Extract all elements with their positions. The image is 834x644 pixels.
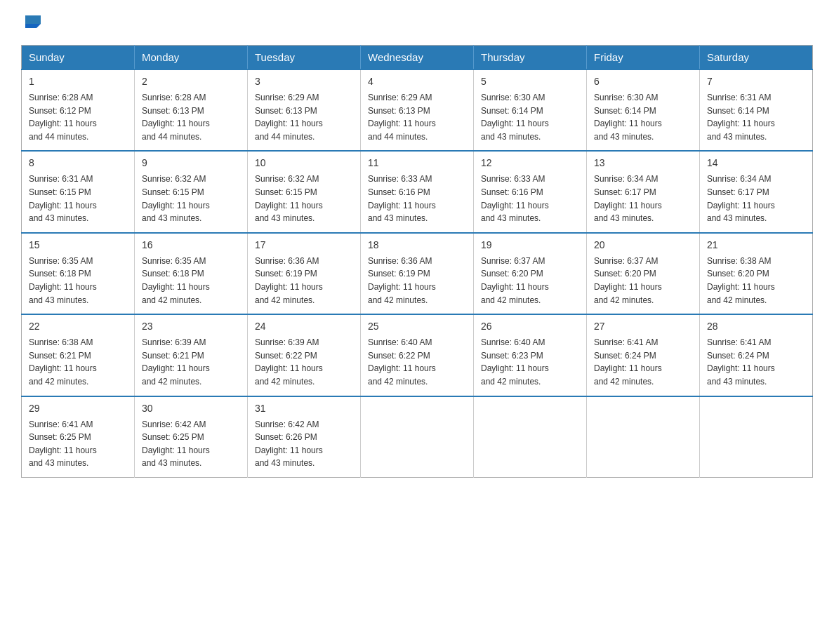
week-row-3: 15 Sunrise: 6:35 AM Sunset: 6:18 PM Dayl… bbox=[22, 233, 813, 314]
cell-info: Sunrise: 6:40 AM Sunset: 6:23 PM Dayligh… bbox=[481, 336, 579, 388]
day-number: 1 bbox=[29, 74, 127, 89]
day-number: 29 bbox=[29, 401, 127, 416]
day-number: 10 bbox=[255, 156, 353, 170]
calendar-table: SundayMondayTuesdayWednesdayThursdayFrid… bbox=[21, 45, 813, 478]
calendar-cell: 26 Sunrise: 6:40 AM Sunset: 6:23 PM Dayl… bbox=[474, 314, 587, 396]
day-number: 5 bbox=[481, 74, 579, 89]
cell-info: Sunrise: 6:29 AM Sunset: 6:13 PM Dayligh… bbox=[255, 91, 353, 143]
calendar-cell bbox=[361, 396, 474, 478]
calendar-cell: 11 Sunrise: 6:33 AM Sunset: 6:16 PM Dayl… bbox=[361, 151, 474, 232]
calendar-cell: 1 Sunrise: 6:28 AM Sunset: 6:12 PM Dayli… bbox=[22, 69, 135, 151]
cell-info: Sunrise: 6:38 AM Sunset: 6:21 PM Dayligh… bbox=[29, 336, 127, 388]
day-number: 25 bbox=[368, 319, 466, 334]
calendar-cell: 13 Sunrise: 6:34 AM Sunset: 6:17 PM Dayl… bbox=[587, 151, 700, 232]
calendar-cell: 3 Sunrise: 6:29 AM Sunset: 6:13 PM Dayli… bbox=[248, 69, 361, 151]
day-number: 3 bbox=[255, 74, 353, 89]
logo bbox=[21, 14, 44, 31]
column-header-friday: Friday bbox=[587, 46, 700, 70]
cell-info: Sunrise: 6:36 AM Sunset: 6:19 PM Dayligh… bbox=[368, 255, 466, 307]
calendar-cell: 10 Sunrise: 6:32 AM Sunset: 6:15 PM Dayl… bbox=[248, 151, 361, 232]
week-row-4: 22 Sunrise: 6:38 AM Sunset: 6:21 PM Dayl… bbox=[22, 314, 813, 396]
calendar-header-row: SundayMondayTuesdayWednesdayThursdayFrid… bbox=[22, 46, 813, 70]
calendar-cell: 12 Sunrise: 6:33 AM Sunset: 6:16 PM Dayl… bbox=[474, 151, 587, 232]
calendar-cell: 2 Sunrise: 6:28 AM Sunset: 6:13 PM Dayli… bbox=[135, 69, 248, 151]
svg-marker-1 bbox=[25, 24, 41, 28]
day-number: 12 bbox=[481, 156, 579, 170]
calendar-cell: 19 Sunrise: 6:37 AM Sunset: 6:20 PM Dayl… bbox=[474, 233, 587, 314]
week-row-2: 8 Sunrise: 6:31 AM Sunset: 6:15 PM Dayli… bbox=[22, 151, 813, 232]
day-number: 18 bbox=[368, 238, 466, 253]
page-header bbox=[21, 14, 813, 31]
cell-info: Sunrise: 6:36 AM Sunset: 6:19 PM Dayligh… bbox=[255, 255, 353, 307]
cell-info: Sunrise: 6:37 AM Sunset: 6:20 PM Dayligh… bbox=[594, 255, 692, 307]
calendar-cell: 9 Sunrise: 6:32 AM Sunset: 6:15 PM Dayli… bbox=[135, 151, 248, 232]
calendar-cell: 17 Sunrise: 6:36 AM Sunset: 6:19 PM Dayl… bbox=[248, 233, 361, 314]
day-number: 11 bbox=[368, 156, 466, 170]
day-number: 24 bbox=[255, 319, 353, 334]
calendar-cell bbox=[474, 396, 587, 478]
day-number: 15 bbox=[29, 238, 127, 253]
cell-info: Sunrise: 6:41 AM Sunset: 6:24 PM Dayligh… bbox=[594, 336, 692, 388]
column-header-thursday: Thursday bbox=[474, 46, 587, 70]
calendar-cell: 16 Sunrise: 6:35 AM Sunset: 6:18 PM Dayl… bbox=[135, 233, 248, 314]
cell-info: Sunrise: 6:31 AM Sunset: 6:15 PM Dayligh… bbox=[29, 173, 127, 224]
day-number: 21 bbox=[707, 238, 805, 253]
calendar-cell: 25 Sunrise: 6:40 AM Sunset: 6:22 PM Dayl… bbox=[361, 314, 474, 396]
day-number: 7 bbox=[707, 74, 805, 89]
calendar-cell bbox=[587, 396, 700, 478]
calendar-cell: 28 Sunrise: 6:41 AM Sunset: 6:24 PM Dayl… bbox=[700, 314, 813, 396]
svg-marker-0 bbox=[25, 15, 41, 24]
day-number: 19 bbox=[481, 238, 579, 253]
day-number: 22 bbox=[29, 319, 127, 334]
day-number: 26 bbox=[481, 319, 579, 334]
cell-info: Sunrise: 6:38 AM Sunset: 6:20 PM Dayligh… bbox=[707, 255, 805, 307]
day-number: 30 bbox=[142, 401, 240, 416]
calendar-cell: 6 Sunrise: 6:30 AM Sunset: 6:14 PM Dayli… bbox=[587, 69, 700, 151]
column-header-wednesday: Wednesday bbox=[361, 46, 474, 70]
calendar-cell: 8 Sunrise: 6:31 AM Sunset: 6:15 PM Dayli… bbox=[22, 151, 135, 232]
day-number: 13 bbox=[594, 156, 692, 170]
day-number: 8 bbox=[29, 156, 127, 170]
cell-info: Sunrise: 6:40 AM Sunset: 6:22 PM Dayligh… bbox=[368, 336, 466, 388]
day-number: 16 bbox=[142, 238, 240, 253]
calendar-cell: 7 Sunrise: 6:31 AM Sunset: 6:14 PM Dayli… bbox=[700, 69, 813, 151]
calendar-cell: 18 Sunrise: 6:36 AM Sunset: 6:19 PM Dayl… bbox=[361, 233, 474, 314]
column-header-sunday: Sunday bbox=[22, 46, 135, 70]
calendar-cell: 22 Sunrise: 6:38 AM Sunset: 6:21 PM Dayl… bbox=[22, 314, 135, 396]
calendar-cell: 14 Sunrise: 6:34 AM Sunset: 6:17 PM Dayl… bbox=[700, 151, 813, 232]
day-number: 20 bbox=[594, 238, 692, 253]
cell-info: Sunrise: 6:37 AM Sunset: 6:20 PM Dayligh… bbox=[481, 255, 579, 307]
calendar-cell: 31 Sunrise: 6:42 AM Sunset: 6:26 PM Dayl… bbox=[248, 396, 361, 478]
cell-info: Sunrise: 6:41 AM Sunset: 6:24 PM Dayligh… bbox=[707, 336, 805, 388]
cell-info: Sunrise: 6:32 AM Sunset: 6:15 PM Dayligh… bbox=[142, 173, 240, 224]
calendar-cell: 5 Sunrise: 6:30 AM Sunset: 6:14 PM Dayli… bbox=[474, 69, 587, 151]
cell-info: Sunrise: 6:39 AM Sunset: 6:22 PM Dayligh… bbox=[255, 336, 353, 388]
calendar-cell: 15 Sunrise: 6:35 AM Sunset: 6:18 PM Dayl… bbox=[22, 233, 135, 314]
cell-info: Sunrise: 6:34 AM Sunset: 6:17 PM Dayligh… bbox=[707, 173, 805, 224]
cell-info: Sunrise: 6:30 AM Sunset: 6:14 PM Dayligh… bbox=[594, 91, 692, 143]
calendar-cell: 30 Sunrise: 6:42 AM Sunset: 6:25 PM Dayl… bbox=[135, 396, 248, 478]
day-number: 23 bbox=[142, 319, 240, 334]
cell-info: Sunrise: 6:33 AM Sunset: 6:16 PM Dayligh… bbox=[368, 173, 466, 224]
cell-info: Sunrise: 6:34 AM Sunset: 6:17 PM Dayligh… bbox=[594, 173, 692, 224]
column-header-tuesday: Tuesday bbox=[248, 46, 361, 70]
week-row-5: 29 Sunrise: 6:41 AM Sunset: 6:25 PM Dayl… bbox=[22, 396, 813, 478]
cell-info: Sunrise: 6:35 AM Sunset: 6:18 PM Dayligh… bbox=[142, 255, 240, 307]
day-number: 17 bbox=[255, 238, 353, 253]
calendar-cell: 4 Sunrise: 6:29 AM Sunset: 6:13 PM Dayli… bbox=[361, 69, 474, 151]
day-number: 6 bbox=[594, 74, 692, 89]
day-number: 28 bbox=[707, 319, 805, 334]
cell-info: Sunrise: 6:32 AM Sunset: 6:15 PM Dayligh… bbox=[255, 173, 353, 224]
column-header-saturday: Saturday bbox=[700, 46, 813, 70]
cell-info: Sunrise: 6:42 AM Sunset: 6:26 PM Dayligh… bbox=[255, 418, 353, 470]
calendar-cell: 23 Sunrise: 6:39 AM Sunset: 6:21 PM Dayl… bbox=[135, 314, 248, 396]
cell-info: Sunrise: 6:35 AM Sunset: 6:18 PM Dayligh… bbox=[29, 255, 127, 307]
cell-info: Sunrise: 6:30 AM Sunset: 6:14 PM Dayligh… bbox=[481, 91, 579, 143]
day-number: 2 bbox=[142, 74, 240, 89]
calendar-cell: 24 Sunrise: 6:39 AM Sunset: 6:22 PM Dayl… bbox=[248, 314, 361, 396]
calendar-cell: 29 Sunrise: 6:41 AM Sunset: 6:25 PM Dayl… bbox=[22, 396, 135, 478]
cell-info: Sunrise: 6:28 AM Sunset: 6:13 PM Dayligh… bbox=[142, 91, 240, 143]
calendar-cell: 20 Sunrise: 6:37 AM Sunset: 6:20 PM Dayl… bbox=[587, 233, 700, 314]
cell-info: Sunrise: 6:29 AM Sunset: 6:13 PM Dayligh… bbox=[368, 91, 466, 143]
day-number: 31 bbox=[255, 401, 353, 416]
